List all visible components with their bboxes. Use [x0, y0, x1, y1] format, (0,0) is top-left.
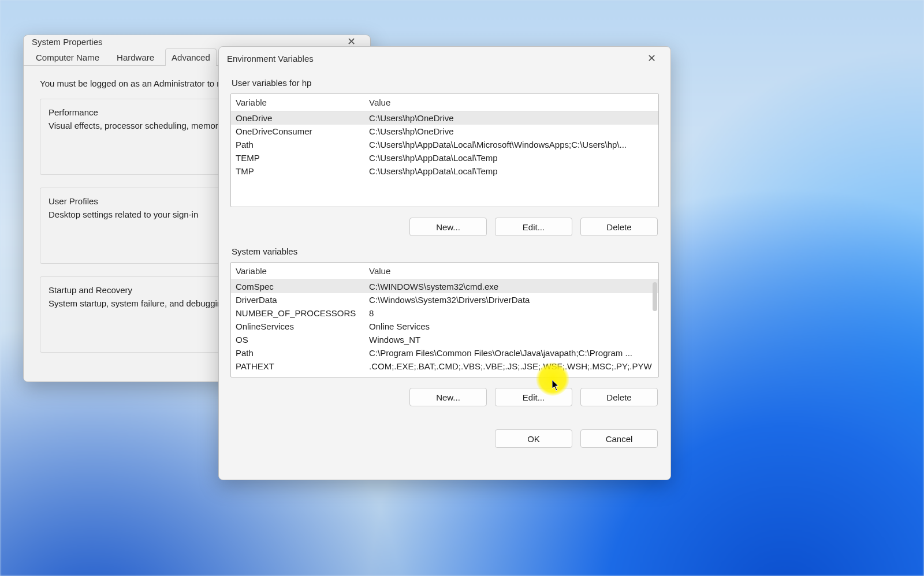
list-header: Variable Value — [231, 263, 658, 280]
var-name-cell: PATHEXT — [231, 360, 364, 373]
var-name-cell: OnlineServices — [231, 320, 364, 333]
tab-hardware[interactable]: Hardware — [110, 48, 161, 66]
table-row[interactable]: PATHEXT.COM;.EXE;.BAT;.CMD;.VBS;.VBE;.JS… — [231, 360, 658, 373]
var-value-cell: C:\Users\hp\AppData\Local\Microsoft\Wind… — [364, 138, 658, 151]
var-name-cell: NUMBER_OF_PROCESSORS — [231, 306, 364, 320]
system-vars-label: System variables — [232, 246, 659, 256]
var-value-cell: C:\Windows\System32\Drivers\DriverData — [364, 293, 658, 306]
var-name-cell: OneDriveConsumer — [231, 125, 364, 138]
var-value-cell: C:\Program Files\Common Files\Oracle\Jav… — [364, 346, 658, 360]
group-performance-legend: Performance — [46, 107, 100, 117]
var-value-cell: Windows_NT — [364, 333, 658, 346]
table-row[interactable]: TMPC:\Users\hp\AppData\Local\Temp — [231, 164, 658, 178]
table-row[interactable]: DriverDataC:\Windows\System32\Drivers\Dr… — [231, 293, 658, 306]
var-name-cell: DriverData — [231, 293, 364, 306]
table-row[interactable]: OSWindows_NT — [231, 333, 658, 346]
var-value-cell: Online Services — [364, 320, 658, 333]
table-row[interactable]: TEMPC:\Users\hp\AppData\Local\Temp — [231, 151, 658, 164]
table-row[interactable]: OneDriveC:\Users\hp\OneDrive — [231, 111, 658, 125]
var-name-cell: ComSpec — [231, 280, 364, 293]
table-row[interactable]: OnlineServicesOnline Services — [231, 320, 658, 333]
delete-button[interactable]: Delete — [580, 388, 658, 406]
delete-button[interactable]: Delete — [580, 218, 658, 236]
var-value-cell: C:\WINDOWS\system32\cmd.exe — [364, 280, 658, 293]
group-user-profiles-legend: User Profiles — [46, 196, 100, 206]
list-header: Variable Value — [231, 94, 658, 111]
titlebar[interactable]: Environment Variables ✕ — [219, 47, 670, 70]
var-name-cell: TMP — [231, 164, 364, 178]
table-row[interactable]: PathC:\Users\hp\AppData\Local\Microsoft\… — [231, 138, 658, 151]
table-row[interactable]: ComSpecC:\WINDOWS\system32\cmd.exe — [231, 280, 658, 293]
dialog-footer: OK Cancel — [230, 412, 659, 449]
var-name-cell: OS — [231, 333, 364, 346]
tab-computer-name[interactable]: Computer Name — [29, 48, 106, 66]
new-button[interactable]: New... — [409, 218, 487, 236]
system-vars-buttons: New... Edit... Delete — [230, 382, 659, 407]
table-row[interactable]: NUMBER_OF_PROCESSORS8 — [231, 306, 658, 320]
system-vars-list[interactable]: Variable Value ComSpecC:\WINDOWS\system3… — [230, 262, 659, 377]
user-vars-list[interactable]: Variable Value OneDriveC:\Users\hp\OneDr… — [230, 93, 659, 207]
var-value-cell: C:\Users\hp\AppData\Local\Temp — [364, 164, 658, 178]
close-icon[interactable]: ✕ — [638, 52, 665, 65]
scrollbar-thumb[interactable] — [653, 282, 657, 311]
user-vars-label: User variables for hp — [232, 78, 659, 88]
var-value-cell: 8 — [364, 306, 658, 320]
var-value-cell: C:\Users\hp\OneDrive — [364, 111, 658, 125]
window-title: Environment Variables — [227, 54, 638, 63]
tab-advanced[interactable]: Advanced — [165, 48, 217, 66]
var-value-cell: .COM;.EXE;.BAT;.CMD;.VBS;.VBE;.JS;.JSE;.… — [364, 360, 658, 373]
col-variable[interactable]: Variable — [231, 263, 364, 279]
table-row[interactable]: OneDriveConsumerC:\Users\hp\OneDrive — [231, 125, 658, 138]
var-value-cell: C:\Users\hp\OneDrive — [364, 125, 658, 138]
group-startup-legend: Startup and Recovery — [46, 285, 135, 295]
var-name-cell: Path — [231, 346, 364, 360]
ok-button[interactable]: OK — [495, 429, 572, 448]
cancel-button[interactable]: Cancel — [580, 429, 658, 448]
var-value-cell: C:\Users\hp\AppData\Local\Temp — [364, 151, 658, 164]
dialog-body: User variables for hp Variable Value One… — [219, 70, 670, 456]
var-name-cell: Path — [231, 138, 364, 151]
window-title: System Properties — [32, 37, 338, 47]
var-name-cell: TEMP — [231, 151, 364, 164]
col-value[interactable]: Value — [364, 94, 658, 111]
col-value[interactable]: Value — [364, 263, 658, 279]
new-button[interactable]: New... — [409, 388, 487, 406]
edit-button[interactable]: Edit... — [495, 218, 572, 236]
table-row[interactable]: PathC:\Program Files\Common Files\Oracle… — [231, 346, 658, 360]
user-vars-buttons: New... Edit... Delete — [230, 212, 659, 237]
col-variable[interactable]: Variable — [231, 94, 364, 111]
environment-variables-dialog: Environment Variables ✕ User variables f… — [218, 46, 671, 480]
var-name-cell: OneDrive — [231, 111, 364, 125]
edit-button[interactable]: Edit... — [495, 388, 572, 406]
